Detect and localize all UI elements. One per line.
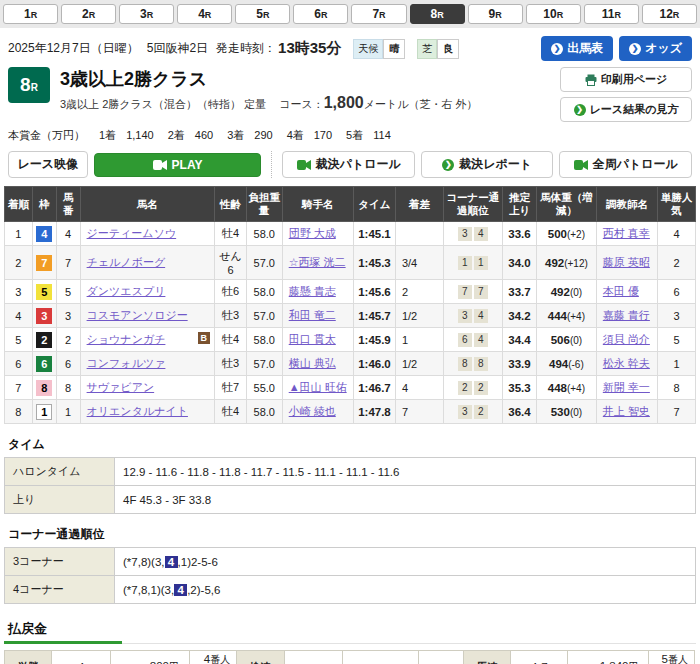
corner-positions: 22 <box>443 376 502 400</box>
race-video-label: レース映像 <box>8 151 88 178</box>
result-row-2: 2 7 7 チェルノボーグ せん6 57.0 ☆西塚 洸二 1:45.3 3/4… <box>5 246 696 280</box>
play-button[interactable]: PLAY <box>94 153 262 177</box>
finish-time: 1:46.7 <box>354 376 396 400</box>
trainer-link[interactable]: 西村 真幸 <box>603 227 650 239</box>
corner-positions: 88 <box>443 352 502 376</box>
jockey-link[interactable]: 和田 竜二 <box>289 309 336 321</box>
furlong-time-value: 12.9 - 11.6 - 11.8 - 11.8 - 11.7 - 11.5 … <box>115 458 696 486</box>
race-number-badge: 8R <box>8 67 50 103</box>
tab-4r[interactable]: 4R <box>177 4 232 24</box>
jockey-link[interactable]: 小崎 綾也 <box>289 405 336 417</box>
finish-time: 1:45.1 <box>354 222 396 246</box>
tab-6r[interactable]: 6R <box>293 4 348 24</box>
trainer-link[interactable]: 嘉藤 貴行 <box>603 309 650 321</box>
horse-number: 7 <box>56 246 80 280</box>
finish-time: 1:46.0 <box>354 352 396 376</box>
frame-badge: 4 <box>36 226 52 242</box>
steward-report-button[interactable]: ❯ 裁決レポート <box>421 151 554 178</box>
prize-3rd: 3着290 <box>227 128 272 143</box>
horse-name-link[interactable]: コスモアンソロジー <box>87 309 188 321</box>
steward-patrol-button[interactable]: 裁決パトロール <box>282 151 415 178</box>
rank: 4 <box>5 304 33 328</box>
horse-name-link[interactable]: オリエンタルナイト <box>87 405 188 417</box>
results-table: 着順 枠 馬番 馬名 性齢 負担重量 騎手名 タイム 着差 コーナー通過順位 推… <box>4 186 696 424</box>
jockey-link[interactable]: 横山 典弘 <box>289 357 336 369</box>
horse-name-link[interactable]: ジーティームソウ <box>87 227 177 239</box>
horse-name-link[interactable]: ショウナンガチ <box>87 333 166 345</box>
corner4-value: (*7,8,1)(3,4,2)-5,6 <box>115 576 696 604</box>
horse-number: 1 <box>56 400 80 424</box>
video-camera-icon <box>153 160 167 170</box>
tab-12r[interactable]: 12R <box>642 4 697 24</box>
jockey-link[interactable]: 藤懸 貴志 <box>289 285 336 297</box>
time-section-title: タイム <box>8 436 692 453</box>
jockey-link[interactable]: ▲田山 旺佑 <box>289 381 347 393</box>
prize-1st: 1着1,140 <box>99 128 154 143</box>
last-3f: 33.9 <box>503 352 537 376</box>
payout-row-1: 単勝 4 800円 4番人気 枠連 馬連 4-7 1,340円 5番人気 <box>5 651 695 664</box>
tab-1r[interactable]: 1R <box>3 4 58 24</box>
tab-8r-active[interactable]: 8R <box>410 4 465 24</box>
tab-7r[interactable]: 7R <box>351 4 406 24</box>
horse-name-link[interactable]: ダンツエスプリ <box>87 285 166 297</box>
weather-badge: 天候 晴 <box>353 39 405 59</box>
load-weight: 58.0 <box>246 222 282 246</box>
corner-positions: 64 <box>443 328 502 352</box>
trainer-link[interactable]: 須貝 尚介 <box>603 333 650 345</box>
horse-name-link[interactable]: コンフォルツァ <box>87 357 166 369</box>
result-row-8: 8 1 1 オリエンタルナイト 牡4 58.0 小崎 綾也 1:47.8 7 3… <box>5 400 696 424</box>
trainer-link[interactable]: 松永 幹夫 <box>603 357 650 369</box>
last-3f: 33.7 <box>503 280 537 304</box>
print-page-button[interactable]: 印刷用ページ <box>560 67 692 92</box>
corner-section-title: コーナー通過順位 <box>8 526 692 543</box>
last-up-label: 上り <box>5 486 115 514</box>
results-guide-button[interactable]: ❯ レース結果の見方 <box>560 97 692 122</box>
horse-weight: 494(-6) <box>536 352 596 376</box>
meeting-info: 5回阪神2日 <box>147 40 208 57</box>
trainer-link[interactable]: 藤原 英昭 <box>603 256 650 268</box>
prize-2nd: 2着460 <box>168 128 213 143</box>
trainer-link[interactable]: 井上 智史 <box>603 405 650 417</box>
trainer-link[interactable]: 新開 幸一 <box>603 381 650 393</box>
horse-weight: 506(0) <box>536 328 596 352</box>
load-weight: 58.0 <box>246 280 282 304</box>
video-camera-icon <box>574 160 588 170</box>
load-weight: 57.0 <box>246 352 282 376</box>
bracket-quinella-combo <box>284 651 343 664</box>
quinella-amount: 1,340円 <box>568 651 649 664</box>
horse-name-link[interactable]: チェルノボーグ <box>87 256 166 268</box>
trainer-link[interactable]: 本田 優 <box>603 285 639 297</box>
jockey-link[interactable]: ☆西塚 洸二 <box>289 256 346 268</box>
rank: 1 <box>5 222 33 246</box>
jockey-link[interactable]: 団野 大成 <box>289 227 336 239</box>
rank: 7 <box>5 376 33 400</box>
sex-age: 牡4 <box>215 222 247 246</box>
finish-time: 1:45.6 <box>354 280 396 304</box>
tab-9r[interactable]: 9R <box>468 4 523 24</box>
sex-age: せん6 <box>215 246 247 280</box>
horse-number: 2 <box>56 328 80 352</box>
horse-name-link[interactable]: サヴァビアン <box>87 381 155 393</box>
full-patrol-button[interactable]: 全周パトロール <box>559 151 692 178</box>
horse-weight: 492(+12) <box>536 246 596 280</box>
load-weight: 57.0 <box>246 246 282 280</box>
odds-button[interactable]: ❯ オッズ <box>619 36 692 61</box>
margin: 1/2 <box>395 352 443 376</box>
jockey-link[interactable]: 田口 貫太 <box>289 333 336 345</box>
blinker-badge: B <box>198 332 211 344</box>
winner-position-highlight: 4 <box>174 584 187 596</box>
start-time-value: 13時35分 <box>278 39 341 58</box>
tab-3r[interactable]: 3R <box>119 4 174 24</box>
bracket-quinella-popularity <box>418 651 463 664</box>
tab-5r[interactable]: 5R <box>235 4 290 24</box>
tab-11r[interactable]: 11R <box>584 4 639 24</box>
prize-label: 本賞金（万円） <box>8 128 85 143</box>
win-popularity: 1 <box>658 352 696 376</box>
tab-2r[interactable]: 2R <box>61 4 116 24</box>
last-up-value: 4F 45.3 - 3F 33.8 <box>115 486 696 514</box>
win-popularity: 8 <box>658 376 696 400</box>
horse-number: 4 <box>56 222 80 246</box>
tab-10r[interactable]: 10R <box>526 4 581 24</box>
entries-button[interactable]: ❯ 出馬表 <box>541 36 613 61</box>
payout-section-title: 払戻金 <box>8 620 692 638</box>
